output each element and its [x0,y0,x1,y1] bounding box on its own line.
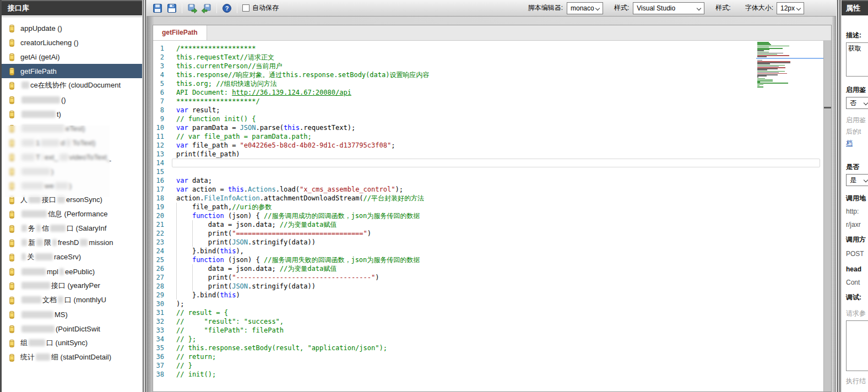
import-icon[interactable] [202,3,211,13]
code-line[interactable]: 14 [153,159,831,167]
line-number: 11 [153,132,172,141]
left-splitter[interactable] [142,0,147,392]
sidebar-item[interactable]: 信息 (Performance [2,207,142,221]
exec-result-label: 执行结 [846,377,868,386]
code-line[interactable]: 2this.requestText//请求正文 [153,53,831,62]
sidebar-item[interactable]: 人接口ersonSync) [2,193,142,207]
code-line[interactable]: 18action.FileInfoAction.attachmentDownlo… [153,194,831,203]
code-line[interactable]: 6API Document: http://36.139.124.67:2008… [153,88,831,97]
sidebar-item[interactable]: Text_videoToText_ [2,150,142,164]
sidebar-item[interactable]: getAi (getAi) [2,50,142,64]
autosave-checkbox[interactable] [242,4,249,12]
scrollbar-thumb[interactable] [824,107,831,108]
call-method-value: POST [846,250,868,258]
code-line[interactable]: 16var data; [153,176,831,185]
sidebar-item[interactable]: 接口 (yearlyPer [2,279,142,293]
sidebar-item[interactable]: 组口 (unitSync) [2,336,142,350]
anonymous-select[interactable]: 是 [846,174,868,186]
sidebar-item[interactable]: eTest) [2,121,142,135]
auth-select[interactable]: 否 [846,97,868,109]
code-line[interactable]: 12var file_path = "e04226e5-b8cd-4b02-9d… [153,141,831,150]
code-line[interactable]: 27 print("------------------------------… [153,273,831,282]
sidebar-item[interactable]: t) [2,107,142,121]
censored-text [21,311,53,318]
sidebar-item[interactable]: MS) [2,307,142,322]
sidebar-item[interactable]: 务信口 (SalaryInf [2,221,142,236]
code-line[interactable]: 17var action = this.Actions.load("x_cms_… [153,185,831,194]
save-as-icon[interactable] [167,3,177,13]
code-line[interactable]: 8var result; [153,106,831,115]
export-icon[interactable] [187,3,197,13]
code-line[interactable]: 37// } [153,361,831,370]
sidebar-item[interactable]: mpleePublic) [2,264,142,279]
sidebar-item[interactable]: 关raceSrv) [2,250,142,264]
censored-text [21,253,26,260]
right-splitter[interactable] [836,0,842,392]
sidebar-item[interactable]: 文档口 (monthlyU [2,293,142,307]
vertical-scrollbar[interactable] [823,41,831,391]
code-line[interactable]: 23 print(JSON.stringify(data)) [153,238,831,247]
style-select[interactable]: Visual Studio [633,2,704,14]
sidebar-item[interactable]: 统计细 (statPointDetail) [2,350,142,364]
fontsize-select[interactable]: 12px [777,2,804,14]
censored-text [58,296,63,303]
code-line[interactable]: 11// var file_path = paramData.path; [153,132,831,141]
code-line[interactable]: 26 data = json.data; //为变量data赋值 [153,264,831,273]
script-editor-select[interactable]: monaco [567,2,603,14]
code-line[interactable]: 22 print("==============================… [153,229,831,238]
code-line[interactable]: 31// result = { [153,308,831,317]
code-line[interactable]: 15 [153,167,831,176]
script-icon [8,210,16,219]
code-line[interactable]: 19 file_path,//uri的参数 [153,203,831,211]
help-icon[interactable]: ? [222,3,232,13]
code-line[interactable]: 33// "filePath": filePath [153,326,831,335]
save-icon[interactable] [153,3,162,13]
doc-link[interactable]: 档 [846,139,853,147]
code-line[interactable]: 21 data = json.data; //为变量data赋值 [153,220,831,229]
code-line[interactable]: 38// init(); [153,370,831,379]
code-line[interactable]: 7********************/ [153,97,831,106]
fontsize-value: 12px [780,4,795,12]
code-line[interactable]: 1/******************* [153,44,831,53]
line-number: 20 [153,211,172,220]
description-textarea[interactable]: 获取 [846,42,868,77]
code-line[interactable]: 20 function (json) { //服务调用成功的回调函数，json为… [153,211,831,220]
sidebar-item[interactable]: getFilePath [2,64,142,78]
code-line[interactable]: 29 }.bind(this) [153,291,831,300]
code-line[interactable]: 3this.currentPerson//当前用户 [153,62,831,70]
code-line[interactable]: 35// this.response.setBody(result, "appl… [153,344,831,352]
censored-text [21,182,44,189]
sidebar-item[interactable]: ) [2,164,142,178]
code-line[interactable]: 9// function init() { [153,115,831,123]
sidebar-item[interactable]: () [2,92,142,107]
code-line[interactable]: 36// return; [153,352,831,361]
tab-getfilepath[interactable]: getFilePath [153,25,207,40]
line-number: 29 [153,291,172,300]
code-line[interactable]: 32// "result": "success", [153,317,831,326]
code-line[interactable]: 13print(file_path) [153,150,831,159]
code-line[interactable]: 10var paramData = JSON.parse(this.reques… [153,123,831,132]
code-line[interactable]: 34// }; [153,335,831,344]
code-line[interactable]: 4this.response//响应对象。通过this.response.set… [153,70,831,79]
code-line[interactable]: 5this.org; //组织快速访问方法 [153,79,831,88]
line-number: 28 [153,282,172,291]
script-icon [8,311,16,319]
sidebar-item[interactable]: ce在线协作 (cloudDocument [2,78,142,92]
code-line[interactable]: 25 function (json) { //服务调用失败的回调函数，json为… [153,255,831,264]
censored-text [21,296,41,303]
line-number: 26 [153,264,172,273]
code-line[interactable]: 28 print(JSON.stringify(data)) [153,282,831,291]
sidebar-item[interactable]: 新限freshDmission [2,236,142,250]
code-line[interactable]: 24 }.bind(this), [153,247,831,255]
request-params-textarea[interactable] [846,320,868,371]
sidebar-item[interactable]: 1dToText) [2,135,142,150]
code-area[interactable]: 1/*******************2this.requestText//… [153,41,831,391]
sidebar-item[interactable]: (PointDictSwit [2,322,142,336]
minimap[interactable] [757,42,796,88]
code-line[interactable]: 30); [153,300,831,308]
sidebar-item[interactable]: creatorLiucheng () [2,35,142,50]
sidebar-item[interactable]: we) [2,178,142,193]
script-icon [8,268,16,276]
sidebar-item-label: 1dToText) [20,139,95,147]
sidebar-item[interactable]: appUpdate () [2,21,142,35]
